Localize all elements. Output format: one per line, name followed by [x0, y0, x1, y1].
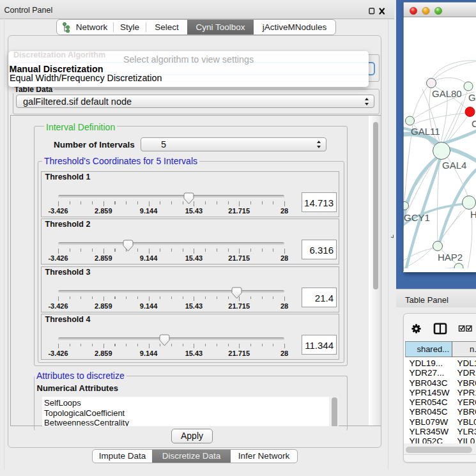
svg-text:GAL11: GAL11 [411, 126, 440, 137]
svg-text:GCY1: GCY1 [404, 212, 430, 223]
svg-text:H: H [470, 209, 476, 220]
svg-text:GA.: GA. [468, 92, 476, 103]
svg-text:C: C [472, 118, 476, 129]
svg-text:HAP2: HAP2 [438, 252, 463, 263]
svg-text:GAL4: GAL4 [442, 160, 466, 171]
svg-text:GAL80: GAL80 [432, 88, 462, 99]
